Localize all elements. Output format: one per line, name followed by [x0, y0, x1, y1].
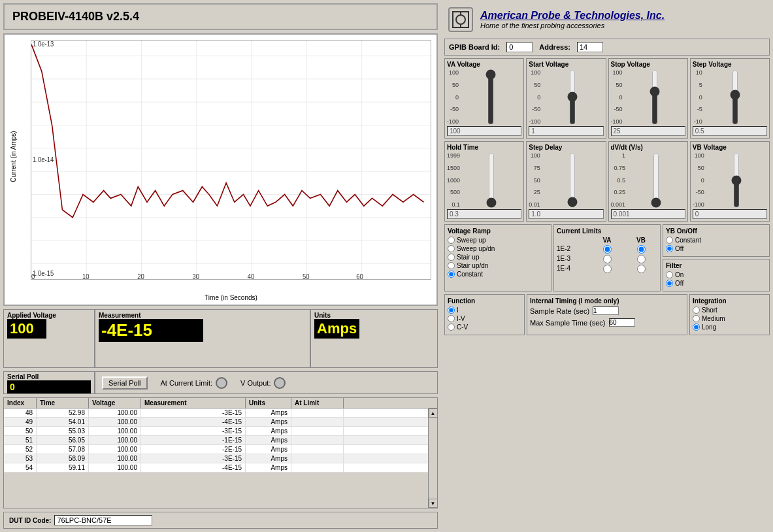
step-ticks: 10 5 0 -5 -10	[693, 69, 702, 125]
function-cv: C-V	[448, 324, 521, 331]
ramp-sweep-up-radio[interactable]	[448, 237, 455, 244]
start-ticks: 100 50 0 -50 -100	[529, 69, 540, 125]
table-row: 49 54.01 100.00 -4E-15 Amps	[4, 418, 428, 427]
ramp-stair-updn-radio[interactable]	[448, 262, 455, 269]
hold-time-value[interactable]	[447, 209, 521, 219]
va-slider[interactable]	[485, 69, 497, 125]
dvdt-slider[interactable]	[650, 152, 662, 208]
cl-1e3-label: 1E-3	[557, 255, 589, 263]
function-i-radio[interactable]	[448, 307, 455, 314]
stop-voltage-title: Stop Voltage	[611, 61, 685, 68]
gpib-address-input[interactable]	[577, 42, 603, 52]
dvdt-value[interactable]	[611, 209, 685, 219]
step-delay-box: Step Delay 100 75 50 25 0.01	[526, 141, 606, 222]
gpib-address-label: Address:	[539, 43, 570, 51]
vb-slider[interactable]	[731, 152, 742, 208]
vb-value[interactable]	[693, 209, 767, 219]
cell-voltage: 100.00	[89, 454, 141, 463]
integration-medium-radio[interactable]	[693, 315, 700, 322]
step-value-input[interactable]	[693, 126, 767, 136]
vb-ticks: 100 50 0 -50 -100	[693, 152, 704, 208]
cell-measurement: -2E-15	[141, 445, 246, 454]
sample-rate-row: Sample Rate (sec)	[530, 307, 684, 315]
max-sample-input[interactable]	[609, 318, 635, 327]
cell-time: 59.11	[37, 463, 89, 472]
va-voltage-box: VA Voltage 100 50 0 -50 -100	[444, 58, 524, 139]
cell-atlimit	[291, 454, 344, 463]
filter-on-radio[interactable]	[666, 271, 673, 278]
units-label: Units	[314, 312, 434, 319]
ramp-stair-up: Stair up	[448, 254, 548, 261]
integration-long: Long	[693, 324, 766, 331]
table-row: 50 55.03 100.00 -3E-15 Amps	[4, 427, 428, 436]
cl-va-1e3-radio[interactable]	[603, 255, 612, 263]
cell-units: Amps	[246, 463, 291, 472]
cell-units: Amps	[246, 418, 291, 426]
sample-rate-input[interactable]	[593, 307, 619, 315]
voltage-ramp-title: Voltage Ramp	[448, 227, 548, 235]
dut-label: DUT ID Code:	[9, 517, 51, 524]
stop-value-input[interactable]	[611, 126, 685, 136]
dut-input[interactable]	[54, 515, 152, 525]
cell-measurement: -3E-15	[141, 427, 246, 435]
dvdt-title: dV/dt (V/s)	[611, 144, 685, 151]
cl-va-1e4-radio[interactable]	[603, 265, 612, 273]
function-box: Function I I-V C-V	[444, 294, 525, 335]
cl-va-1e2-radio[interactable]	[603, 245, 612, 254]
function-iv-radio[interactable]	[448, 315, 455, 322]
function-iv: I-V	[448, 315, 521, 322]
stop-slider[interactable]	[649, 69, 661, 125]
step-delay-slider[interactable]	[567, 152, 578, 208]
function-cv-radio[interactable]	[448, 324, 455, 331]
table-body-scroll[interactable]: 48 52.98 100.00 -3E-15 Amps 49 54.01 100…	[4, 408, 437, 508]
start-value-input[interactable]	[529, 126, 603, 136]
integration-long-radio[interactable]	[693, 324, 700, 331]
integration-short-radio[interactable]	[693, 307, 700, 314]
cell-units: Amps	[246, 454, 291, 463]
units-value: Amps	[314, 319, 359, 339]
cell-time: 52.98	[37, 408, 89, 417]
cell-index: 48	[4, 408, 37, 417]
scroll-down-btn[interactable]: ▼	[429, 499, 438, 508]
start-voltage-title: Start Voltage	[529, 61, 603, 68]
cell-time: 54.01	[37, 418, 89, 426]
yb-constant-radio[interactable]	[666, 237, 673, 244]
hold-time-box: Hold Time 1999 1500 1000 500 0.1	[444, 141, 524, 222]
step-delay-value[interactable]	[529, 209, 603, 219]
cl-vb-1e4-radio[interactable]	[637, 265, 646, 273]
table-scrollbar[interactable]: ▲ ▼	[428, 408, 437, 508]
y-axis-label: Current (in Amps)	[10, 131, 17, 182]
hold-time-slider[interactable]	[485, 152, 497, 208]
ramp-constant-radio[interactable]	[448, 271, 455, 278]
serial-poll-button[interactable]: Serial Poll	[102, 376, 148, 390]
start-slider[interactable]	[567, 69, 578, 125]
applied-voltage-label: Applied Voltage	[7, 312, 91, 319]
filter-off-radio[interactable]	[666, 280, 673, 287]
cell-index: 53	[4, 454, 37, 463]
yb-off-radio[interactable]	[666, 245, 673, 252]
cell-voltage: 100.00	[89, 427, 141, 435]
data-table-container: Index Time Voltage Measurement Units At …	[3, 397, 438, 508]
hold-time-ticks: 1999 1500 1000 500 0.1	[447, 152, 460, 208]
va-value-input[interactable]	[447, 126, 521, 136]
scroll-up-btn[interactable]: ▲	[429, 408, 438, 418]
gpib-board-input[interactable]	[506, 42, 533, 52]
cell-voltage: 100.00	[89, 418, 141, 426]
dut-bar: DUT ID Code:	[3, 512, 438, 529]
yb-filter-col: YB On/Off Constant Off Filter On Off	[663, 224, 770, 291]
timing-controls-row2: Hold Time 1999 1500 1000 500 0.1	[444, 141, 770, 222]
step-delay-title: Step Delay	[529, 144, 603, 151]
cl-vb-1e2-radio[interactable]	[637, 245, 646, 254]
filter-on: On	[666, 271, 766, 278]
ramp-stair-up-radio[interactable]	[448, 254, 455, 261]
cell-measurement: -3E-15	[141, 454, 246, 463]
step-slider[interactable]	[729, 69, 741, 125]
cell-voltage: 100.00	[89, 408, 141, 417]
integration-short: Short	[693, 307, 766, 314]
cell-atlimit	[291, 418, 344, 426]
cl-vb-1e3-radio[interactable]	[637, 255, 646, 263]
max-sample-row: Max Sample Time (sec)	[530, 318, 684, 327]
ramp-sweep-updn-radio[interactable]	[448, 245, 455, 252]
step-voltage-box: Step Voltage 10 5 0 -5 -10	[690, 58, 770, 139]
internal-timing-box: Internal Timing (I mode only) Sample Rat…	[527, 294, 687, 335]
